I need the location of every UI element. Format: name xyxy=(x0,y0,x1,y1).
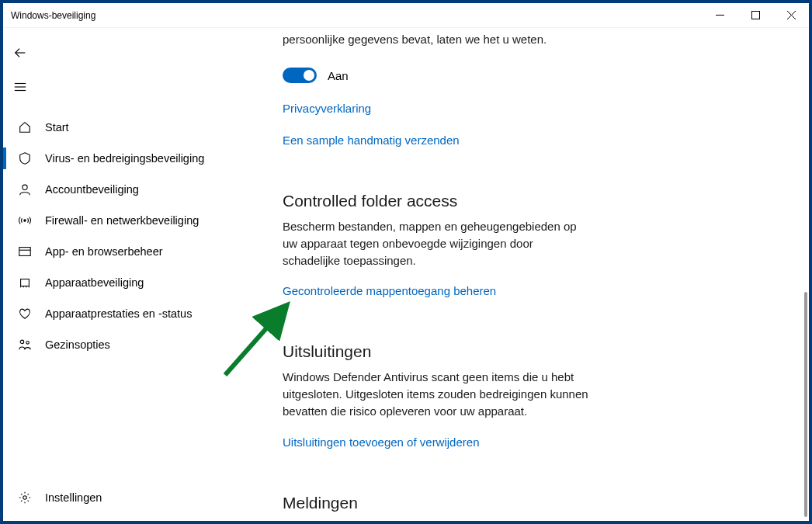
exclusions-section: Uitsluitingen Windows Defender Antivirus… xyxy=(283,342,593,448)
app-window: Windows-beveiliging xyxy=(0,0,812,524)
top-description: persoonlijke gegevens bevat, laten we he… xyxy=(283,31,593,47)
cfa-desc: Bescherm bestanden, mappen en geheugenge… xyxy=(283,218,593,269)
exclusions-title: Uitsluitingen xyxy=(283,342,593,361)
nav-label: Apparaatprestaties en -status xyxy=(45,307,192,320)
scrollbar-track[interactable] xyxy=(804,28,807,521)
nav-item-virus[interactable]: Virus- en bedreigingsbeveiliging xyxy=(3,143,252,174)
titlebar: Windows-beveiliging xyxy=(3,3,809,28)
nav-label: App- en browserbeheer xyxy=(45,245,163,258)
content-area: persoonlijke gegevens bevat, laten we he… xyxy=(252,28,809,521)
nav-item-health[interactable]: Apparaatprestaties en -status xyxy=(3,298,252,329)
cfa-manage-link[interactable]: Gecontroleerde mappentoegang beheren xyxy=(283,284,593,297)
back-button[interactable] xyxy=(3,36,37,70)
svg-rect-10 xyxy=(19,248,30,256)
toggle-label: Aan xyxy=(328,69,349,82)
window-controls xyxy=(702,3,809,27)
minimize-button[interactable] xyxy=(702,3,737,27)
nav-label: Start xyxy=(45,121,69,134)
nav-label: Gezinsopties xyxy=(45,338,110,351)
nav-list: Start Virus- en bedreigingsbeveiliging A… xyxy=(3,112,252,360)
nav-label: Firewall- en netwerkbeveiliging xyxy=(45,214,199,227)
cfa-title: Controlled folder access xyxy=(283,192,593,210)
svg-point-19 xyxy=(23,496,27,500)
cfa-section: Controlled folder access Bescherm bestan… xyxy=(283,192,593,297)
chip-icon xyxy=(17,275,33,290)
nav-item-family[interactable]: Gezinsopties xyxy=(3,329,252,360)
cloud-toggle[interactable] xyxy=(283,68,317,83)
nav-item-home[interactable]: Start xyxy=(3,112,252,143)
app-icon xyxy=(17,244,33,259)
gear-icon xyxy=(17,490,33,505)
heart-icon xyxy=(17,306,33,321)
nav-item-firewall[interactable]: Firewall- en netwerkbeveiliging xyxy=(3,205,252,236)
nav-label: Apparaatbeveiliging xyxy=(45,276,144,289)
notifications-title: Meldingen xyxy=(283,494,593,512)
nav-item-app[interactable]: App- en browserbeheer xyxy=(3,236,252,267)
exclusions-desc: Windows Defender Antivirus scant geen it… xyxy=(283,369,593,419)
nav-item-account[interactable]: Accountbeveiliging xyxy=(3,174,252,205)
scrollbar-thumb[interactable] xyxy=(804,292,807,517)
exclusions-link[interactable]: Uitsluitingen toevoegen of verwijderen xyxy=(283,436,593,449)
svg-rect-12 xyxy=(21,279,29,286)
network-icon xyxy=(17,213,33,228)
close-button[interactable] xyxy=(773,3,809,27)
home-icon xyxy=(17,120,33,135)
nav-label: Accountbeveiliging xyxy=(45,183,139,196)
privacy-link[interactable]: Privacyverklaring xyxy=(283,102,593,115)
svg-point-8 xyxy=(23,185,27,189)
toggle-row: Aan xyxy=(283,68,593,83)
notifications-section: Meldingen xyxy=(283,494,593,512)
send-sample-link[interactable]: Een sample handmatig verzenden xyxy=(283,134,593,147)
hamburger-button[interactable] xyxy=(3,70,37,104)
svg-point-9 xyxy=(24,220,26,221)
svg-rect-1 xyxy=(751,12,759,19)
nav-item-device[interactable]: Apparaatbeveiliging xyxy=(3,267,252,298)
nav-label: Virus- en bedreigingsbeveiliging xyxy=(45,152,204,165)
window-title: Windows-beveiliging xyxy=(11,10,95,21)
svg-point-17 xyxy=(20,340,24,344)
sidebar: Start Virus- en bedreigingsbeveiliging A… xyxy=(3,28,252,521)
nav-item-settings[interactable]: Instellingen xyxy=(3,482,252,513)
shield-icon xyxy=(17,151,33,166)
person-icon xyxy=(17,182,33,197)
maximize-button[interactable] xyxy=(737,3,773,27)
family-icon xyxy=(17,337,33,352)
nav-label: Instellingen xyxy=(45,491,102,504)
svg-point-18 xyxy=(26,342,29,345)
